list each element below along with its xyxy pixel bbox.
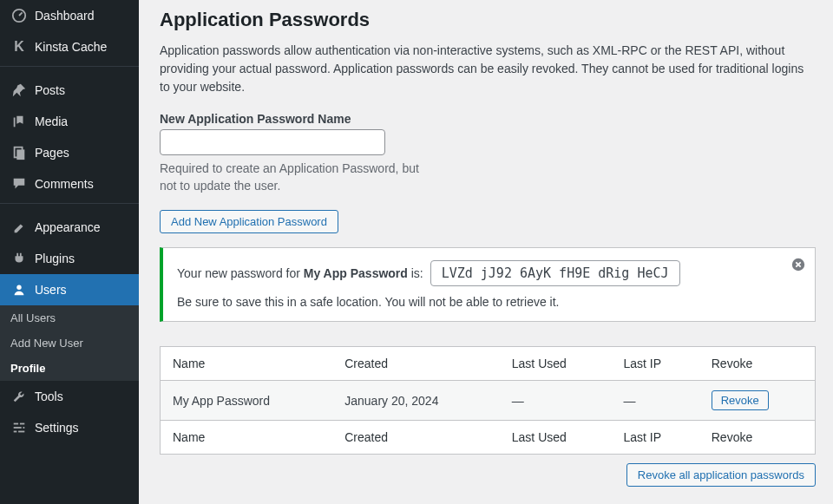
plugins-icon	[10, 250, 28, 267]
appearance-icon	[10, 219, 28, 236]
application-passwords-table: Name Created Last Used Last IP Revoke My…	[160, 346, 816, 455]
field-help-text: Required to create an Application Passwo…	[160, 160, 420, 194]
svg-rect-7	[14, 427, 22, 429]
field-label-app-password-name: New Application Password Name	[160, 112, 816, 126]
cell-created: January 20, 2024	[332, 381, 500, 421]
users-icon	[10, 281, 28, 298]
cell-revoke: Revoke	[699, 381, 816, 421]
admin-sidebar: Dashboard K Kinsta Cache Posts Media Pag…	[0, 0, 139, 504]
comments-icon	[10, 175, 28, 193]
svg-rect-10	[18, 431, 24, 433]
sidebar-item-kinsta-cache[interactable]: K Kinsta Cache	[0, 31, 139, 62]
pin-icon	[10, 82, 28, 99]
sidebar-label: Kinsta Cache	[35, 40, 107, 54]
submenu-add-new-user[interactable]: Add New User	[0, 331, 139, 356]
sidebar-label: Plugins	[35, 252, 75, 265]
dashboard-icon	[10, 7, 28, 24]
svg-rect-8	[23, 427, 25, 429]
sidebar-item-settings[interactable]: Settings	[0, 412, 139, 443]
tf-name: Name	[161, 421, 333, 455]
sidebar-submenu-users: All Users Add New User Profile	[0, 305, 139, 381]
settings-icon	[10, 419, 28, 436]
main-content: Application Passwords Application passwo…	[139, 0, 833, 504]
sidebar-label: Media	[35, 115, 68, 128]
sidebar-label: Users	[35, 283, 67, 297]
th-last-ip: Last IP	[612, 347, 699, 381]
sidebar-label: Pages	[35, 146, 69, 160]
notice-prefix: Your new password for	[177, 266, 304, 280]
sidebar-label: Comments	[35, 177, 94, 191]
sidebar-item-plugins[interactable]: Plugins	[0, 243, 139, 274]
table-row: My App Password January 20, 2024 — — Rev…	[161, 381, 816, 421]
th-revoke: Revoke	[699, 347, 816, 381]
svg-point-4	[16, 285, 21, 290]
notice-suffix: is:	[408, 266, 423, 280]
sidebar-item-users[interactable]: Users	[0, 274, 139, 305]
page-title: Application Passwords	[160, 9, 816, 31]
tf-last-ip: Last IP	[612, 421, 699, 455]
th-last-used: Last Used	[500, 347, 612, 381]
sidebar-item-pages[interactable]: Pages	[0, 137, 139, 168]
th-created: Created	[332, 347, 500, 381]
svg-rect-6	[20, 423, 24, 425]
th-name: Name	[161, 347, 333, 381]
sidebar-label: Settings	[35, 421, 79, 435]
sidebar-label: Appearance	[35, 220, 101, 234]
sidebar-item-dashboard[interactable]: Dashboard	[0, 0, 139, 31]
table-footer-row: Name Created Last Used Last IP Revoke	[161, 421, 816, 455]
sidebar-label: Tools	[35, 389, 63, 403]
generated-password[interactable]: LVZd jJ92 6AyK fH9E dRig HeCJ	[430, 260, 680, 286]
sidebar-item-tools[interactable]: Tools	[0, 381, 139, 412]
notice-first-line: Your new password for My App Password is…	[177, 260, 780, 286]
page-description: Application passwords allow authenticati…	[160, 42, 816, 96]
notice-app-name: My App Password	[304, 266, 408, 280]
tf-created: Created	[332, 421, 500, 455]
add-application-password-button[interactable]: Add New Application Password	[160, 210, 338, 233]
media-icon	[10, 113, 28, 130]
dismiss-notice-button[interactable]	[790, 257, 806, 272]
submenu-profile[interactable]: Profile	[0, 356, 139, 381]
sidebar-label: Dashboard	[35, 9, 95, 23]
kinsta-icon: K	[10, 38, 28, 56]
cell-name: My App Password	[161, 381, 333, 421]
svg-rect-5	[14, 423, 18, 425]
tf-revoke: Revoke	[699, 421, 816, 455]
submenu-all-users[interactable]: All Users	[0, 305, 139, 331]
sidebar-item-media[interactable]: Media	[0, 106, 139, 137]
close-icon	[790, 257, 806, 272]
sidebar-item-appearance[interactable]: Appearance	[0, 212, 139, 243]
pages-icon	[10, 144, 28, 161]
revoke-button[interactable]: Revoke	[712, 390, 769, 410]
svg-rect-1	[14, 118, 16, 128]
cell-last-ip: —	[612, 381, 699, 421]
sidebar-label: Posts	[35, 83, 65, 97]
svg-rect-9	[14, 431, 17, 433]
sidebar-item-comments[interactable]: Comments	[0, 168, 139, 200]
revoke-all-button[interactable]: Revoke all application passwords	[626, 463, 816, 487]
notice-second-line: Be sure to save this in a safe location.…	[177, 295, 780, 309]
tf-last-used: Last Used	[500, 421, 612, 455]
success-notice: Your new password for My App Password is…	[160, 247, 816, 322]
table-header-row: Name Created Last Used Last IP Revoke	[161, 347, 816, 381]
tools-icon	[10, 388, 28, 405]
sidebar-item-posts[interactable]: Posts	[0, 75, 139, 106]
cell-last-used: —	[500, 381, 612, 421]
app-password-name-input[interactable]	[160, 129, 385, 155]
svg-rect-3	[16, 149, 24, 160]
